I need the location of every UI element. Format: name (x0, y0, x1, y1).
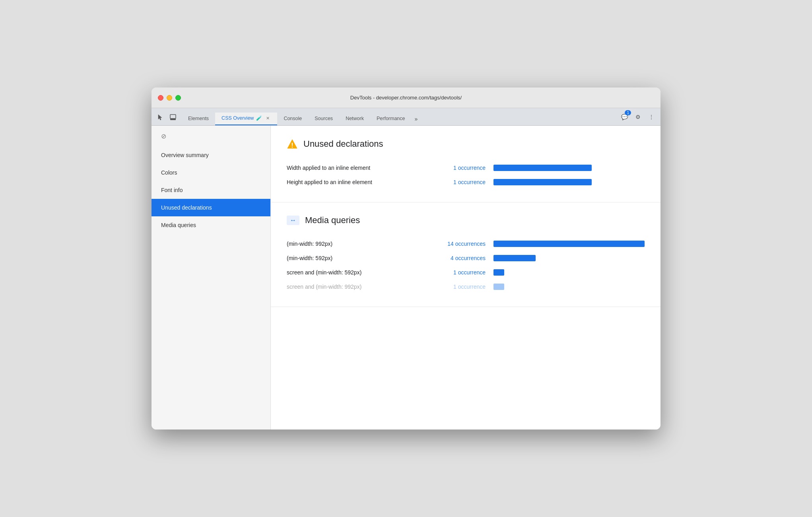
notification-badge: 1 (625, 110, 631, 115)
row-occurrence[interactable]: 14 occurrences (430, 241, 486, 247)
row-label: Width applied to an inline element (287, 165, 422, 171)
title-bar: DevTools - developer.chrome.com/tags/dev… (152, 87, 660, 108)
unused-declarations-header: ! Unused declarations (287, 138, 645, 150)
row-bar-container (493, 165, 645, 171)
tab-elements[interactable]: Elements (182, 113, 215, 125)
sidebar: ⊘ Overview summary Colors Font info Unus… (152, 126, 271, 430)
chat-button[interactable]: 💬 1 (618, 111, 630, 123)
unused-declarations-section: ! Unused declarations Width applied to a… (271, 126, 660, 202)
tab-performance-label: Performance (377, 116, 405, 121)
sidebar-item-overview-summary-label: Overview summary (161, 152, 209, 158)
table-row: screen and (min-width: 992px) 1 occurren… (287, 280, 645, 294)
row-occurrence[interactable]: 1 occurrence (430, 269, 486, 276)
table-row: (min-width: 592px) 4 occurrences (287, 251, 645, 265)
tab-console[interactable]: Console (277, 113, 308, 125)
row-occurrence[interactable]: 4 occurrences (430, 255, 486, 261)
sidebar-nav: Overview summary Colors Font info Unused… (152, 146, 270, 234)
table-row: Width applied to an inline element 1 occ… (287, 161, 645, 175)
tab-console-label: Console (284, 116, 302, 121)
tab-css-overview[interactable]: CSS Overview 🧪 ✕ (215, 113, 277, 125)
tab-performance[interactable]: Performance (370, 113, 412, 125)
maximize-button[interactable] (175, 95, 181, 101)
row-bar-container (493, 255, 645, 261)
row-bar (493, 269, 504, 276)
tab-bar-tools (155, 112, 179, 125)
svg-rect-1 (170, 119, 176, 120)
tab-sources[interactable]: Sources (308, 113, 339, 125)
warning-icon: ! (287, 138, 298, 150)
tab-bar: Elements CSS Overview 🧪 ✕ Console Source… (152, 108, 660, 126)
media-queries-header: ↔ Media queries (287, 215, 645, 225)
minimize-button[interactable] (167, 95, 172, 101)
sidebar-item-media-queries-label: Media queries (161, 222, 196, 228)
dock-icon[interactable] (167, 112, 179, 123)
tab-network[interactable]: Network (339, 113, 370, 125)
row-occurrence[interactable]: 1 occurrence (430, 165, 486, 171)
traffic-lights (158, 95, 181, 101)
main-area: ⊘ Overview summary Colors Font info Unus… (152, 126, 660, 430)
svg-text:↔: ↔ (290, 217, 296, 224)
more-tabs-button[interactable]: » (412, 113, 421, 125)
row-bar-container (493, 241, 645, 247)
row-occurrence[interactable]: 1 occurrence (430, 284, 486, 290)
media-queries-icon: ↔ (287, 216, 299, 225)
cursor-icon[interactable] (155, 112, 166, 123)
table-row: screen and (min-width: 592px) 1 occurren… (287, 265, 645, 280)
tab-network-label: Network (346, 116, 364, 121)
row-label: (min-width: 592px) (287, 255, 422, 261)
unused-declarations-title: Unused declarations (303, 139, 383, 149)
sidebar-item-colors[interactable]: Colors (152, 164, 270, 181)
close-button[interactable] (158, 95, 163, 101)
row-bar (493, 255, 536, 261)
table-row: Height applied to an inline element 1 oc… (287, 175, 645, 189)
row-occurrence[interactable]: 1 occurrence (430, 179, 486, 185)
media-queries-section: ↔ Media queries (min-width: 992px) 14 oc… (271, 202, 660, 307)
sidebar-block-icon[interactable]: ⊘ (158, 130, 169, 142)
settings-icon: ⚙ (635, 114, 641, 120)
tab-elements-label: Elements (188, 116, 209, 121)
row-label: (min-width: 992px) (287, 241, 422, 247)
more-tabs-icon: » (415, 116, 418, 122)
row-bar (493, 179, 592, 185)
window-title: DevTools - developer.chrome.com/tags/dev… (350, 95, 462, 101)
more-options-icon: ⋮ (649, 114, 654, 120)
row-label: screen and (min-width: 992px) (287, 284, 422, 290)
table-row: (min-width: 992px) 14 occurrences (287, 237, 645, 251)
settings-button[interactable]: ⚙ (632, 111, 644, 123)
row-label: Height applied to an inline element (287, 179, 422, 185)
more-options-button[interactable]: ⋮ (645, 111, 657, 123)
row-bar (493, 284, 504, 290)
row-bar (493, 241, 645, 247)
sidebar-item-overview-summary[interactable]: Overview summary (152, 146, 270, 164)
sidebar-item-unused-declarations[interactable]: Unused declarations (152, 199, 270, 216)
tab-css-overview-label: CSS Overview (221, 115, 254, 121)
sidebar-item-font-info-label: Font info (161, 187, 183, 193)
tab-close-icon[interactable]: ✕ (264, 115, 271, 121)
tab-sources-label: Sources (315, 116, 333, 121)
row-bar-container (493, 269, 645, 276)
devtools-window: DevTools - developer.chrome.com/tags/dev… (152, 87, 660, 430)
block-icon: ⊘ (161, 132, 166, 140)
sidebar-header: ⊘ (152, 126, 270, 146)
sidebar-item-media-queries[interactable]: Media queries (152, 216, 270, 234)
tabs-list: Elements CSS Overview 🧪 ✕ Console Source… (182, 113, 618, 125)
svg-text:!: ! (291, 142, 293, 149)
row-bar-container (493, 179, 645, 185)
media-queries-title: Media queries (305, 215, 360, 225)
tab-bar-actions: 💬 1 ⚙ ⋮ (618, 111, 657, 125)
sidebar-item-unused-declarations-label: Unused declarations (161, 204, 212, 211)
flask-icon: 🧪 (256, 115, 262, 121)
row-label: screen and (min-width: 592px) (287, 269, 422, 276)
row-bar-container (493, 284, 645, 290)
sidebar-item-colors-label: Colors (161, 169, 177, 176)
svg-rect-0 (170, 115, 176, 119)
row-bar (493, 165, 592, 171)
content-area: ! Unused declarations Width applied to a… (271, 126, 660, 430)
sidebar-item-font-info[interactable]: Font info (152, 181, 270, 199)
